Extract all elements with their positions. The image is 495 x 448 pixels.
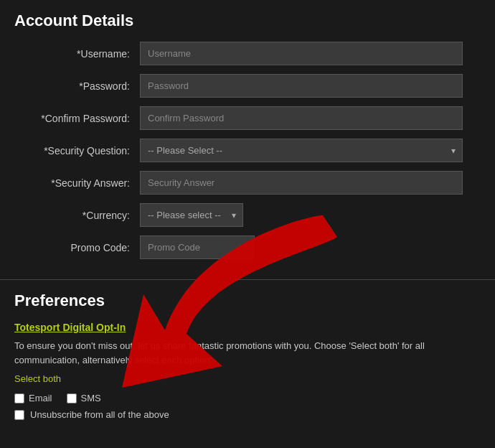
sms-checkbox-item: SMS xyxy=(67,393,101,403)
promo-code-label: Promo Code: xyxy=(14,242,140,253)
confirm-password-input[interactable] xyxy=(140,106,463,130)
security-answer-input[interactable] xyxy=(140,171,463,195)
confirm-password-label: *Confirm Password: xyxy=(14,113,140,124)
security-question-select[interactable]: -- Please Select -- xyxy=(140,139,463,162)
currency-label: *Currency: xyxy=(14,210,140,221)
security-question-label: *Security Question: xyxy=(14,145,140,157)
promo-code-row: Promo Code: xyxy=(14,235,481,259)
security-question-row: *Security Question: -- Please Select -- xyxy=(14,139,481,162)
email-checkbox-item: Email xyxy=(14,393,52,403)
unsubscribe-row: Unsubscribe from all of the above xyxy=(14,409,481,420)
email-label[interactable]: Email xyxy=(29,393,52,403)
currency-row: *Currency: -- Please select -- xyxy=(14,203,481,227)
password-row: *Password: xyxy=(14,74,481,98)
preferences-title: Preferences xyxy=(14,291,481,310)
currency-select[interactable]: -- Please select -- xyxy=(140,203,243,227)
username-row: *Username: xyxy=(14,42,481,65)
security-question-wrapper: -- Please Select -- xyxy=(140,139,463,162)
select-both-link[interactable]: Select both xyxy=(14,373,61,384)
security-answer-row: *Security Answer: xyxy=(14,171,481,195)
password-label: *Password: xyxy=(14,80,140,92)
opt-in-description: To ensure you don't miss out, let us sha… xyxy=(14,339,481,367)
account-details-title: Account Details xyxy=(14,11,481,30)
username-label: *Username: xyxy=(14,48,140,60)
confirm-password-row: *Confirm Password: xyxy=(14,106,481,130)
communication-options-row: Email SMS xyxy=(14,393,481,403)
sms-label[interactable]: SMS xyxy=(81,393,101,403)
sms-checkbox[interactable] xyxy=(67,393,77,403)
unsubscribe-checkbox[interactable] xyxy=(14,410,24,420)
password-input[interactable] xyxy=(140,74,463,98)
account-details-section: Account Details *Username: *Password: *C… xyxy=(0,0,495,279)
email-checkbox[interactable] xyxy=(14,393,24,403)
unsubscribe-label[interactable]: Unsubscribe from all of the above xyxy=(30,409,169,420)
promo-code-input[interactable] xyxy=(140,235,255,259)
opt-in-title[interactable]: Totesport Digital Opt-In xyxy=(14,322,481,333)
currency-wrapper: -- Please select -- xyxy=(140,203,243,227)
username-input[interactable] xyxy=(140,42,463,65)
security-answer-label: *Security Answer: xyxy=(14,177,140,189)
preferences-section: Preferences Totesport Digital Opt-In To … xyxy=(0,280,495,437)
